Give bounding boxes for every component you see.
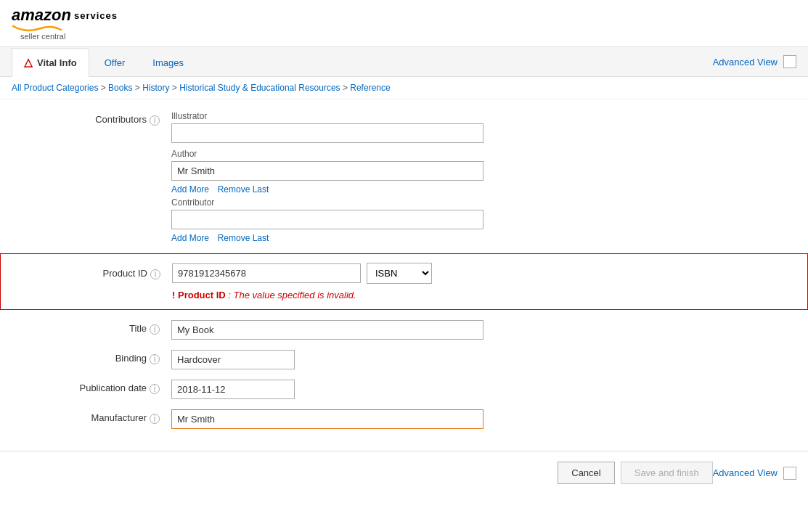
binding-input[interactable] bbox=[171, 350, 295, 369]
title-info-icon[interactable]: i bbox=[150, 324, 160, 335]
tab-offer-label: Offer bbox=[105, 57, 126, 68]
add-more-author-btn[interactable]: Add More bbox=[171, 184, 209, 195]
footer-advanced-view: Advanced View bbox=[713, 467, 796, 480]
manufacturer-label: Manufacturer i bbox=[12, 409, 171, 424]
remove-last-contributor-btn[interactable]: Remove Last bbox=[218, 233, 269, 243]
manufacturer-info-icon[interactable]: i bbox=[150, 414, 160, 424]
binding-label: Binding i bbox=[12, 350, 171, 364]
publication-date-row: Publication date i bbox=[0, 380, 808, 399]
advanced-view-top-checkbox[interactable] bbox=[783, 55, 796, 68]
breadcrumb: All Product Categories > Books > History… bbox=[0, 77, 808, 99]
publication-date-field bbox=[171, 380, 796, 399]
product-id-input[interactable] bbox=[172, 263, 361, 283]
error-exclaim: ! bbox=[172, 290, 175, 300]
tab-vital-info-label: Vital Info bbox=[37, 57, 77, 68]
breadcrumb-sep4: > bbox=[343, 83, 350, 93]
publication-date-label: Publication date i bbox=[12, 380, 171, 394]
contributor-input[interactable] bbox=[171, 210, 483, 229]
contributors-label-text: Contributors bbox=[95, 114, 147, 125]
product-id-fields: ISBN UPC EAN ASIN bbox=[172, 263, 432, 284]
logo-amazon-text: amazon bbox=[12, 6, 71, 25]
main-content: Contributors i Illustrator Author Add Mo… bbox=[0, 99, 808, 451]
warning-icon: △ bbox=[24, 56, 33, 69]
add-more-contributor-btn[interactable]: Add More bbox=[171, 233, 209, 243]
title-label-text: Title bbox=[129, 323, 147, 334]
breadcrumb-books[interactable]: Books bbox=[108, 83, 132, 93]
publication-date-label-text: Publication date bbox=[79, 382, 147, 393]
tab-vital-info[interactable]: △ Vital Info bbox=[12, 48, 89, 77]
contributor-links: Add More Remove Last bbox=[171, 232, 796, 243]
advanced-view-top: Advanced View bbox=[713, 55, 796, 68]
footer-buttons: Cancel Save and finish bbox=[558, 462, 712, 484]
publication-date-input[interactable] bbox=[171, 380, 295, 399]
contributors-field: Illustrator Author Add More Remove Last … bbox=[171, 111, 796, 243]
error-text: The value specified is invalid. bbox=[234, 290, 356, 300]
binding-info-icon[interactable]: i bbox=[150, 354, 160, 364]
product-id-label-text: Product ID bbox=[103, 268, 147, 279]
manufacturer-input[interactable] bbox=[171, 409, 483, 429]
author-sublabel: Author bbox=[171, 149, 796, 159]
breadcrumb-historical-study[interactable]: Historical Study & Educational Resources bbox=[179, 83, 340, 93]
binding-row: Binding i bbox=[0, 350, 808, 369]
remove-last-author-btn[interactable]: Remove Last bbox=[218, 184, 269, 195]
footer-advanced-view-checkbox[interactable] bbox=[783, 467, 796, 480]
logo-seller-label: seller central bbox=[20, 32, 65, 41]
breadcrumb-sep3: > bbox=[172, 83, 179, 93]
breadcrumb-sep2: > bbox=[135, 83, 142, 93]
illustrator-input[interactable] bbox=[171, 123, 483, 143]
logo-smile-icon bbox=[12, 25, 62, 32]
breadcrumb-all-products[interactable]: All Product Categories bbox=[12, 83, 98, 93]
tab-images-label: Images bbox=[152, 57, 184, 68]
error-separator: : bbox=[228, 290, 233, 300]
header: amazon services seller central bbox=[0, 0, 808, 47]
footer: Cancel Save and finish Advanced View bbox=[0, 451, 808, 494]
title-label: Title i bbox=[12, 320, 171, 335]
product-id-label: Product ID i bbox=[12, 268, 172, 279]
contributors-info-icon[interactable]: i bbox=[150, 115, 160, 126]
logo: amazon services seller central bbox=[12, 6, 118, 41]
contributors-label: Contributors i bbox=[12, 111, 171, 126]
contributor-sublabel: Contributor bbox=[171, 197, 796, 208]
breadcrumb-history[interactable]: History bbox=[142, 83, 169, 93]
manufacturer-field bbox=[171, 409, 796, 429]
illustrator-sublabel: Illustrator bbox=[171, 111, 796, 121]
product-id-section: Product ID i ISBN UPC EAN ASIN ! Product… bbox=[0, 253, 808, 310]
breadcrumb-reference[interactable]: Reference bbox=[350, 83, 390, 93]
author-links: Add More Remove Last bbox=[171, 184, 796, 195]
binding-label-text: Binding bbox=[115, 353, 147, 364]
tab-offer[interactable]: Offer bbox=[92, 49, 138, 76]
tab-images[interactable]: Images bbox=[140, 49, 196, 76]
footer-advanced-view-label: Advanced View bbox=[713, 467, 778, 478]
breadcrumb-sep1: > bbox=[101, 83, 108, 93]
title-row: Title i bbox=[0, 320, 808, 340]
product-id-type-select[interactable]: ISBN UPC EAN ASIN bbox=[367, 263, 432, 284]
error-field-name: Product ID bbox=[178, 290, 226, 300]
publication-date-info-icon[interactable]: i bbox=[150, 384, 160, 394]
advanced-view-top-label: Advanced View bbox=[713, 57, 778, 67]
tabs-bar: △ Vital Info Offer Images Advanced View bbox=[0, 47, 808, 77]
contributors-row: Contributors i Illustrator Author Add Mo… bbox=[0, 111, 808, 243]
author-input[interactable] bbox=[171, 161, 483, 181]
binding-field bbox=[171, 350, 796, 369]
manufacturer-label-text: Manufacturer bbox=[91, 412, 147, 423]
product-id-info-icon[interactable]: i bbox=[150, 269, 160, 279]
product-id-error: ! Product ID : The value specified is in… bbox=[172, 290, 796, 300]
cancel-button[interactable]: Cancel bbox=[558, 462, 614, 484]
product-id-row: Product ID i ISBN UPC EAN ASIN bbox=[12, 263, 796, 284]
logo-services-text: services bbox=[74, 10, 118, 21]
manufacturer-row: Manufacturer i bbox=[0, 409, 808, 429]
title-field bbox=[171, 320, 796, 340]
title-input[interactable] bbox=[171, 320, 483, 340]
save-finish-button[interactable]: Save and finish bbox=[621, 462, 713, 484]
